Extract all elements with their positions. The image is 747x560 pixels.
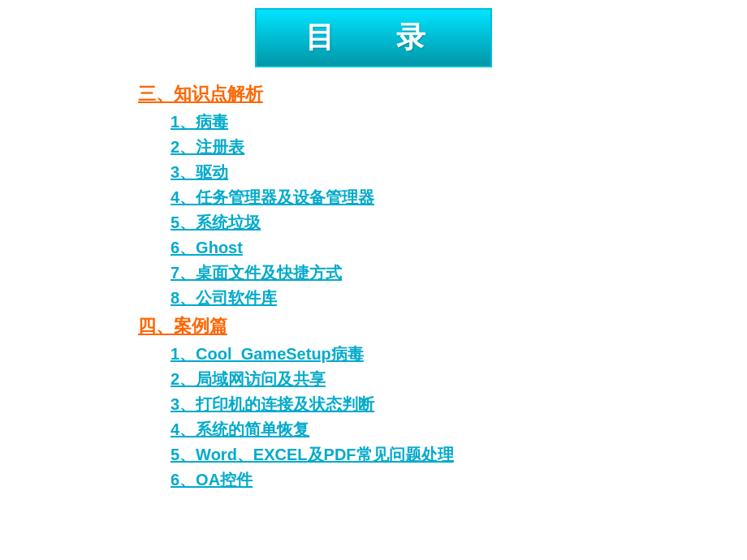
toc-item-4-4[interactable]: 4、系统的简单恢复 xyxy=(171,419,747,441)
toc-item-4-6[interactable]: 6、OA控件 xyxy=(171,469,747,491)
toc-item-4-5[interactable]: 5、Word、EXCEL及PDF常见问题处理 xyxy=(171,444,747,466)
toc-item-3-7[interactable]: 7、桌面文件及快捷方式 xyxy=(171,262,747,284)
title-box: 目 录 xyxy=(255,8,492,67)
title-banner: 目 录 xyxy=(0,8,747,67)
toc-item-3-6[interactable]: 6、Ghost xyxy=(171,237,747,259)
toc-item-3-4[interactable]: 4、任务管理器及设备管理器 xyxy=(171,187,747,209)
toc-content: 三、知识点解析 1、病毒 2、注册表 3、驱动 4、任务管理器及设备管理器 5、… xyxy=(0,82,747,491)
toc-item-4-2[interactable]: 2、局域网访问及共享 xyxy=(171,368,747,390)
toc-item-3-3[interactable]: 3、驱动 xyxy=(171,162,747,183)
page-title: 目 录 xyxy=(305,20,442,54)
toc-item-4-1[interactable]: 1、Cool_GameSetup病毒 xyxy=(171,343,747,365)
section-heading-3[interactable]: 三、知识点解析 xyxy=(138,82,747,106)
page-container: 目 录 三、知识点解析 1、病毒 2、注册表 3、驱动 4、任务管理器及设备管理… xyxy=(0,0,747,560)
toc-item-3-2[interactable]: 2、注册表 xyxy=(171,136,747,158)
toc-item-4-3[interactable]: 3、打印机的连接及状态判断 xyxy=(171,394,747,416)
section-items-3: 1、病毒 2、注册表 3、驱动 4、任务管理器及设备管理器 5、系统垃圾 6、G… xyxy=(171,111,747,309)
toc-item-3-1[interactable]: 1、病毒 xyxy=(171,111,747,133)
toc-item-3-8[interactable]: 8、公司软件库 xyxy=(171,287,747,309)
section-items-4: 1、Cool_GameSetup病毒 2、局域网访问及共享 3、打印机的连接及状… xyxy=(171,343,747,491)
section-heading-4[interactable]: 四、案例篇 xyxy=(138,314,747,338)
toc-item-3-5[interactable]: 5、系统垃圾 xyxy=(171,212,747,234)
